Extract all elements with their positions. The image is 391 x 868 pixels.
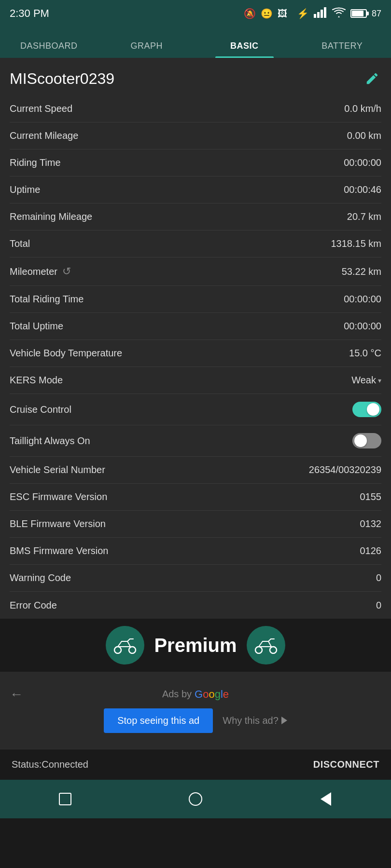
label-mileometer: Mileometer ↺ xyxy=(10,265,71,278)
status-bar-bottom: Status:Connected DISCONNECT xyxy=(0,749,391,780)
row-ble-firmware: BLE Firmware Version 0132 xyxy=(10,511,381,538)
row-total: Total 1318.15 km xyxy=(10,231,381,258)
value-serial-number: 26354/00320239 xyxy=(309,464,381,475)
triangle-icon xyxy=(321,792,331,806)
bluetooth-icon: ⚡ xyxy=(297,8,309,19)
row-error-code: Error Code 0 xyxy=(10,592,381,619)
value-ble-firmware: 0132 xyxy=(360,518,382,529)
label-current-speed: Current Speed xyxy=(10,103,72,114)
row-esc-firmware: ESC Firmware Version 0155 xyxy=(10,484,381,511)
label-taillight: Taillight Always On xyxy=(10,435,90,447)
svg-point-7 xyxy=(270,647,277,653)
row-current-speed: Current Speed 0.0 km/h xyxy=(10,95,381,122)
label-total-uptime: Total Uptime xyxy=(10,321,63,332)
label-cruise-control: Cruise Control xyxy=(10,404,71,415)
label-kers-mode: KERS Mode xyxy=(10,375,63,386)
tab-dashboard[interactable]: DASHBOARD xyxy=(0,41,98,58)
kers-value-text: Weak xyxy=(351,375,376,386)
value-warning-code: 0 xyxy=(376,572,381,583)
label-uptime: Uptime xyxy=(10,184,40,195)
home-button[interactable] xyxy=(186,789,205,809)
label-ble-firmware: BLE Firmware Version xyxy=(10,518,106,529)
svg-point-6 xyxy=(255,647,262,653)
value-total-riding-time: 00:00:00 xyxy=(344,294,381,305)
row-bms-firmware: BMS Firmware Version 0126 xyxy=(10,538,381,565)
value-mileometer: 53.22 km xyxy=(342,266,381,277)
row-warning-code: Warning Code 0 xyxy=(10,565,381,592)
tab-basic[interactable]: BASIC xyxy=(196,41,293,58)
battery-fill xyxy=(352,11,363,16)
row-total-uptime: Total Uptime 00:00:00 xyxy=(10,313,381,340)
row-serial-number: Vehicle Serial Number 26354/00320239 xyxy=(10,457,381,484)
why-ad-label: Why this ad? xyxy=(223,715,279,726)
ads-by-google: Ads by Google xyxy=(162,688,229,701)
mute-icon: 🔕 xyxy=(244,8,256,19)
svg-rect-3 xyxy=(324,7,326,18)
svg-rect-0 xyxy=(314,14,316,18)
row-current-mileage: Current Mileage 0.00 km xyxy=(10,122,381,149)
premium-banner[interactable]: Premium xyxy=(0,619,391,672)
ad-buttons-row: Stop seeing this ad Why this ad? xyxy=(104,708,287,733)
tab-graph[interactable]: GRAPH xyxy=(98,41,196,58)
value-current-mileage: 0.00 km xyxy=(347,130,381,141)
play-icon xyxy=(281,717,287,724)
row-uptime: Uptime 00:00:46 xyxy=(10,176,381,203)
status-icons: 🔕 😐 🖼 ⚡ 87 xyxy=(244,7,381,20)
row-remaining-mileage: Remaining Mileage 20.7 km xyxy=(10,203,381,231)
ads-by-label: Ads by xyxy=(162,689,192,700)
tab-battery[interactable]: BATTERY xyxy=(293,41,391,58)
svg-point-4 xyxy=(114,647,121,653)
premium-label: Premium xyxy=(154,635,237,656)
connection-status: Status:Connected xyxy=(12,759,88,770)
row-body-temperature: Vehicle Body Temperature 15.0 °C xyxy=(10,340,381,367)
svg-point-5 xyxy=(129,647,136,653)
battery-icon xyxy=(350,9,367,18)
row-kers-mode: KERS Mode Weak ▾ xyxy=(10,367,381,394)
ad-section: ← Ads by Google Stop seeing this ad Why … xyxy=(0,672,391,749)
value-body-temperature: 15.0 °C xyxy=(349,348,381,359)
value-uptime: 00:00:46 xyxy=(344,184,381,195)
google-logo: Google xyxy=(195,688,229,701)
device-name: MIScooter0239 xyxy=(10,70,114,88)
back-arrow-icon[interactable]: ← xyxy=(10,687,23,702)
toggle-knob xyxy=(367,403,379,416)
status-bar: 2:30 PM 🔕 😐 🖼 ⚡ xyxy=(0,0,391,27)
status-time: 2:30 PM xyxy=(10,7,49,20)
cruise-control-toggle[interactable] xyxy=(352,402,381,417)
row-riding-time: Riding Time 00:00:00 xyxy=(10,149,381,176)
value-esc-firmware: 0155 xyxy=(360,491,382,502)
row-total-riding-time: Total Riding Time 00:00:00 xyxy=(10,286,381,313)
value-remaining-mileage: 20.7 km xyxy=(347,211,381,222)
taillight-toggle[interactable] xyxy=(352,433,381,448)
kers-dropdown[interactable]: Weak ▾ xyxy=(351,375,381,386)
disconnect-button[interactable]: DISCONNECT xyxy=(313,759,379,770)
row-taillight: Taillight Always On xyxy=(10,425,381,457)
label-riding-time: Riding Time xyxy=(10,157,61,168)
screenshot-icon: 🖼 xyxy=(278,8,287,19)
value-total: 1318.15 km xyxy=(331,238,381,249)
reset-icon[interactable]: ↺ xyxy=(62,265,71,278)
system-nav xyxy=(0,780,391,818)
nav-tabs: DASHBOARD GRAPH BASIC BATTERY xyxy=(0,27,391,58)
label-bms-firmware: BMS Firmware Version xyxy=(10,545,109,556)
ads-by-row: ← Ads by Google xyxy=(0,688,391,701)
value-current-speed: 0.0 km/h xyxy=(344,103,381,114)
label-serial-number: Vehicle Serial Number xyxy=(10,464,105,475)
main-content: MIScooter0239 Current Speed 0.0 km/h Cur… xyxy=(0,58,391,619)
stop-ad-button[interactable]: Stop seeing this ad xyxy=(104,708,213,733)
label-current-mileage: Current Mileage xyxy=(10,130,78,141)
chevron-down-icon: ▾ xyxy=(378,377,381,384)
back-button[interactable] xyxy=(316,789,335,809)
label-remaining-mileage: Remaining Mileage xyxy=(10,211,92,222)
label-esc-firmware: ESC Firmware Version xyxy=(10,491,107,502)
recents-button[interactable] xyxy=(56,789,75,809)
scooter-icon-right xyxy=(247,626,285,665)
why-ad-row[interactable]: Why this ad? xyxy=(223,715,287,726)
label-error-code: Error Code xyxy=(10,600,57,611)
label-warning-code: Warning Code xyxy=(10,572,71,583)
value-total-uptime: 00:00:00 xyxy=(344,321,381,332)
device-title-row: MIScooter0239 xyxy=(10,58,381,95)
edit-icon[interactable] xyxy=(363,69,381,88)
toggle-knob-taillight xyxy=(354,434,367,447)
label-body-temperature: Vehicle Body Temperature xyxy=(10,348,122,359)
